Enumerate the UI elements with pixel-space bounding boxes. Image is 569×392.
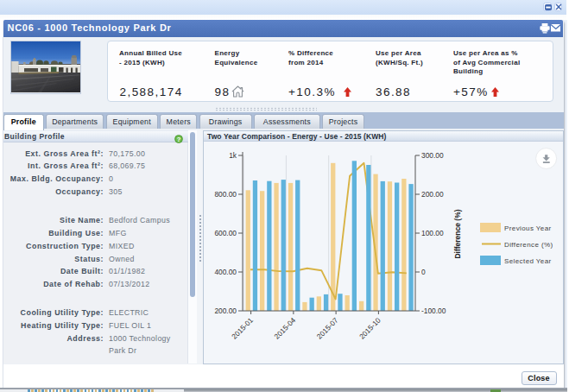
svg-text:2015-10: 2015-10 (357, 316, 382, 341)
svg-text:600.00: 600.00 (214, 229, 237, 237)
svg-text:-100.00: -100.00 (421, 307, 446, 315)
svg-text:2015-01: 2015-01 (230, 316, 255, 341)
svg-text:200.00: 200.00 (214, 307, 237, 315)
svg-text:Difference (%): Difference (%) (453, 209, 462, 258)
svg-text:200.00: 200.00 (421, 190, 444, 199)
svg-text:2015-07: 2015-07 (315, 316, 340, 341)
svg-text:1k: 1k (229, 151, 237, 160)
svg-text:100.00: 100.00 (421, 229, 444, 237)
svg-text:800.00: 800.00 (214, 190, 237, 199)
svg-text:Previous Year: Previous Year (504, 224, 552, 232)
svg-text:Selected Year: Selected Year (504, 257, 552, 265)
svg-text:Difference (%): Difference (%) (504, 241, 553, 249)
svg-text:2015-04: 2015-04 (272, 316, 297, 341)
svg-text:300.00: 300.00 (421, 151, 444, 160)
svg-text:400.00: 400.00 (214, 268, 237, 276)
svg-text:?: ? (177, 135, 181, 142)
svg-text:0: 0 (421, 268, 426, 276)
